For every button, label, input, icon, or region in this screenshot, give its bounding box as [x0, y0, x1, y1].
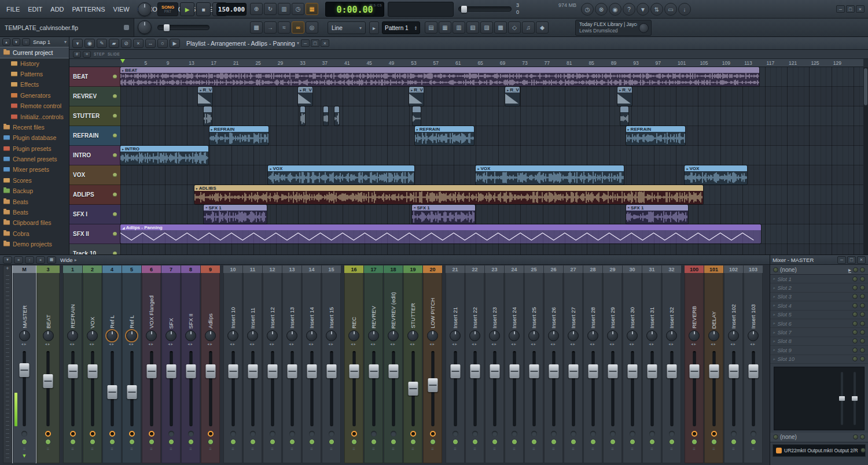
scrollbar-thumb[interactable]: [864, 68, 867, 105]
record-arm-switch[interactable]: [90, 431, 95, 437]
mixer-strip-28[interactable]: 28 Insert 28 ◂▸ ≡: [583, 265, 602, 463]
clip-adlips-panning[interactable]: ◢Adlips - Panning: [120, 224, 761, 243]
pattern-spinner[interactable]: ▲▼: [414, 25, 417, 31]
record-arm-switch[interactable]: [45, 431, 51, 437]
volume-fader[interactable]: [201, 349, 220, 429]
strip-name[interactable]: LOW PITCH: [423, 273, 442, 329]
record-arm-switch[interactable]: [270, 431, 275, 437]
mute-led[interactable]: [669, 439, 675, 445]
mixer-strip-101[interactable]: 101 DELAY ◂▸ ≡: [704, 265, 723, 463]
sync-icon[interactable]: ⇅: [650, 3, 663, 16]
volume-fader[interactable]: [36, 349, 60, 429]
volume-fader[interactable]: [63, 349, 82, 429]
stop-button[interactable]: ■: [196, 2, 211, 16]
fader-handle[interactable]: [107, 385, 117, 399]
fader-handle[interactable]: [205, 364, 215, 378]
loop-recording-icon[interactable]: ↻: [264, 3, 277, 15]
pan-knob[interactable]: [126, 330, 137, 341]
browser-item-beats[interactable]: Beats: [0, 207, 69, 217]
mute-led[interactable]: [168, 439, 174, 445]
strip-number[interactable]: 23: [485, 265, 504, 273]
step-editing-icon[interactable]: ▥: [278, 3, 290, 15]
search-icon[interactable]: ○: [22, 38, 30, 46]
browser-item-scores[interactable]: Scores: [0, 175, 69, 186]
mute-led[interactable]: [188, 439, 194, 445]
mixer-strip-12[interactable]: 12 Insert 12 ◂▸ ≡: [263, 265, 282, 463]
strip-name[interactable]: Insert 22: [465, 273, 484, 329]
mixer-strip-3[interactable]: 3 BEAT ◂▸ ≡: [36, 265, 60, 463]
strip-name[interactable]: REVERB: [685, 273, 704, 329]
clip-beat[interactable]: ▸BEAT: [120, 67, 759, 86]
fx-slot-9[interactable]: ▸ Slot 9: [770, 346, 868, 355]
paint-icon[interactable]: ▰: [109, 39, 119, 48]
pan-knob[interactable]: [106, 330, 117, 341]
track-lane[interactable]: [120, 244, 863, 254]
mixer-strip-22[interactable]: 22 Insert 22 ◂▸ ≡: [465, 265, 484, 463]
mute-led[interactable]: [630, 439, 635, 445]
fader-handle[interactable]: [127, 385, 137, 399]
track-header-beat[interactable]: BEAT: [69, 67, 120, 87]
record-arm-switch[interactable]: [188, 431, 194, 437]
track-lane[interactable]: ▸R_V ▸R_V ▸R_V ▸R_V ▸R_V: [120, 87, 863, 106]
fader-handle[interactable]: [667, 364, 676, 378]
mute-led[interactable]: [289, 439, 295, 445]
shop-icon[interactable]: ◆: [536, 21, 549, 34]
close-button[interactable]: ×: [856, 5, 865, 13]
clip-intro[interactable]: ▸INTRO: [120, 146, 208, 165]
strip-number[interactable]: 4: [102, 265, 122, 273]
pan-knob[interactable]: [607, 330, 618, 341]
strip-name[interactable]: Insert 10: [223, 273, 242, 329]
mixer-strip-1[interactable]: 1 REFRAIN ◂▸ ≡: [63, 265, 82, 463]
mixer-strip-18[interactable]: 18 REVREV (edit) ◂▸ ≡: [384, 265, 403, 463]
volume-fader[interactable]: [423, 349, 442, 429]
minimize-button[interactable]: –: [836, 5, 845, 13]
playback-icon[interactable]: ▶: [170, 39, 180, 48]
clip-refrain[interactable]: ▸REFRAIN: [209, 126, 269, 145]
pan-knob[interactable]: [689, 330, 700, 341]
mixer-strip-102[interactable]: 102 Insert 102 ◂▸ ≡: [724, 265, 743, 463]
track-mute-led[interactable]: [113, 193, 117, 197]
fader-handle[interactable]: [146, 364, 156, 378]
mixer-icon[interactable]: ▧: [466, 21, 479, 34]
pan-knob[interactable]: [205, 330, 216, 341]
volume-fader[interactable]: [83, 349, 102, 429]
pan-knob[interactable]: [728, 330, 739, 341]
mixer-strip-26[interactable]: 26 Insert 26 ◂▸ ≡: [544, 265, 563, 463]
typing-piano-icon[interactable]: ▩: [250, 21, 263, 34]
eq-slider[interactable]: [854, 372, 856, 425]
volume-fader[interactable]: [403, 349, 422, 429]
strip-number[interactable]: 13: [282, 265, 301, 273]
mute-led[interactable]: [692, 439, 697, 445]
track-lane[interactable]: ×SFX 1 ×SFX 1 ×SFX 1: [120, 205, 863, 224]
fx-slot-10[interactable]: ▸ Slot 10: [770, 355, 868, 364]
slot-enable-knob[interactable]: [852, 285, 858, 290]
record-arm-switch[interactable]: [250, 431, 256, 437]
track-header-sfx-i[interactable]: SFX I: [69, 205, 120, 224]
strip-name[interactable]: VOX: [83, 273, 102, 329]
mute-led[interactable]: [492, 439, 498, 445]
minimize-button[interactable]: –: [301, 39, 310, 47]
volume-fader[interactable]: [505, 349, 524, 429]
clip-vox[interactable]: ▸VOX: [685, 165, 747, 184]
browser-item-plugin-database[interactable]: Plugin database: [0, 132, 69, 143]
browser-item-cobra[interactable]: Cobra: [0, 228, 69, 239]
clip-refrain[interactable]: ▸REFRAIN: [415, 126, 474, 145]
pan-knob[interactable]: [568, 330, 579, 341]
playlist-scrollbar[interactable]: [863, 67, 868, 254]
fader-handle[interactable]: [509, 364, 519, 378]
volume-fader[interactable]: [181, 349, 200, 429]
volume-slider-handle[interactable]: [164, 24, 170, 31]
volume-fader[interactable]: [322, 349, 341, 429]
browser-item-initializ-controls[interactable]: Initializ..controls: [0, 111, 69, 121]
mute-led[interactable]: [129, 439, 135, 445]
strip-name[interactable]: REVREV: [364, 273, 383, 329]
clip-refrain[interactable]: ▸REFRAIN: [626, 126, 685, 145]
mute-led[interactable]: [453, 439, 458, 445]
strip-number[interactable]: 28: [583, 265, 602, 273]
fx-slot-5[interactable]: ▸ Slot 5: [770, 311, 868, 319]
fx-slot-6[interactable]: ▸ Slot 6: [770, 319, 868, 328]
strip-number[interactable]: 30: [623, 265, 642, 273]
track-header-vox[interactable]: VOX: [69, 165, 120, 185]
strip-number[interactable]: 21: [446, 265, 465, 273]
pan-knob[interactable]: [427, 330, 438, 341]
